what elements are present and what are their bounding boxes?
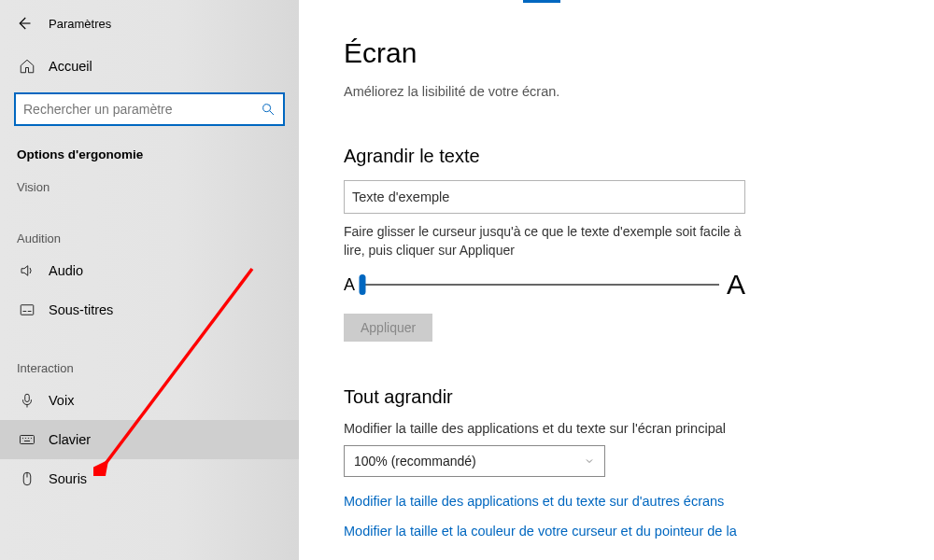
slider-max-icon: A [727,269,745,301]
back-icon[interactable] [15,15,32,32]
link-cursor-pointer[interactable]: Modifier la taille et la couleur de votr… [344,524,934,539]
sidebar-item-label: Voix [49,393,74,408]
window-title: Paramètres [49,17,111,31]
slider-hint: Faire glisser le curseur jusqu'à ce que … [344,223,755,259]
sidebar-item-label: Sous-titres [49,302,113,317]
voice-icon [19,392,35,409]
sidebar-section-title: Options d'ergonomie [0,138,299,169]
section-heading-scale: Tout agrandir [344,386,934,408]
page-title: Écran [344,37,934,69]
search-field[interactable] [23,102,261,117]
sidebar-group-interaction: Interaction [0,350,299,381]
chevron-down-icon [584,455,595,467]
keyboard-icon [19,431,35,448]
audio-icon [19,262,35,279]
sidebar-item-label: Audio [49,263,83,278]
link-other-screens[interactable]: Modifier la taille des applications et d… [344,494,934,509]
apply-button[interactable]: Appliquer [344,314,432,342]
sidebar-item-keyboard[interactable]: Clavier [0,420,299,459]
subtitles-icon [19,301,35,318]
main-content: Écran Améliorez la lisibilité de votre é… [299,0,934,560]
svg-line-2 [270,111,274,115]
page-subtitle: Améliorez la lisibilité de votre écran. [344,84,934,99]
sidebar-item-audio[interactable]: Audio [0,251,299,290]
sidebar-item-subtitles[interactable]: Sous-titres [0,290,299,329]
mouse-icon [19,470,35,487]
sidebar-group-vision: Vision [0,169,299,200]
sidebar-group-audition: Audition [0,220,299,251]
svg-point-12 [31,438,32,439]
slider-thumb[interactable] [360,274,366,295]
sidebar: Paramètres Accueil Options d'ergonomie V… [0,0,299,560]
svg-point-10 [25,438,26,439]
scale-dropdown[interactable]: 100% (recommandé) [344,445,605,477]
search-icon [261,102,276,117]
sidebar-item-mouse[interactable]: Souris [0,459,299,498]
home-button[interactable]: Accueil [0,49,299,84]
text-size-slider[interactable]: A A [344,269,745,301]
section-heading-text: Agrandir le texte [344,146,934,167]
svg-rect-8 [21,436,35,444]
sidebar-item-voice[interactable]: Voix [0,381,299,420]
home-label: Accueil [49,59,92,74]
scale-label: Modifier la taille des applications et d… [344,421,934,436]
sample-text-box: Texte d'exemple [344,180,745,214]
svg-point-9 [22,438,23,439]
sidebar-item-label: Souris [49,471,87,486]
svg-point-1 [263,105,271,112]
slider-min-icon: A [344,275,355,295]
svg-rect-3 [21,305,34,315]
dropdown-value: 100% (recommandé) [354,454,476,469]
slider-track[interactable] [362,284,719,286]
svg-point-11 [28,438,29,439]
search-input[interactable] [15,93,284,125]
svg-rect-6 [25,394,30,401]
home-icon [19,58,35,75]
sidebar-item-label: Clavier [49,432,91,447]
